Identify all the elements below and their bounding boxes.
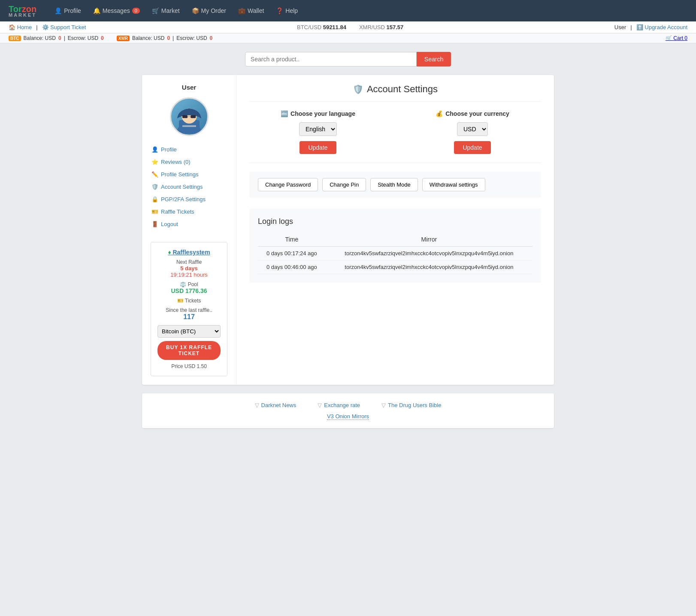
sidebar-item-profile: 👤 Profile — [151, 145, 227, 154]
reviews-menu-icon: ⭐ — [151, 159, 158, 165]
svg-rect-3 — [182, 115, 188, 118]
raffle-currency-select[interactable]: Bitcoin (BTC) — [157, 325, 221, 338]
market-icon: 🛒 — [152, 7, 159, 14]
log-row-2: 0 days 00:46:00 ago torzon4kv5swfazrziqv… — [258, 260, 533, 274]
support-icon: ⚙️ — [42, 24, 49, 30]
tickets-sub-label: Since the last raffle.. — [157, 307, 221, 313]
update-currency-button[interactable]: Update — [454, 141, 490, 154]
home-link[interactable]: 🏠 Home — [9, 24, 32, 30]
sidebar-item-pgp-settings: 🔒 PGP/2FA Settings — [151, 194, 227, 204]
drug-bible-link[interactable]: ▽ The Drug Users Bible — [381, 402, 441, 408]
tickets-label: 🎫 Tickets — [157, 298, 221, 304]
raffle-title[interactable]: ♦ Rafflesystem — [157, 249, 221, 256]
sidebar-item-account-settings: 🛡️ Account Settings — [151, 182, 227, 192]
sidebar-account-settings-link[interactable]: 🛡️ Account Settings — [151, 182, 227, 192]
profile-menu-icon: 👤 — [151, 146, 158, 153]
exchange-rate-link[interactable]: ▽ Exchange rate — [318, 402, 360, 408]
sidebar-profile-link[interactable]: 👤 Profile — [151, 145, 227, 154]
log-time-2: 0 days 00:46:00 ago — [258, 260, 326, 274]
sidebar-item-reviews: ⭐ Reviews (0) — [151, 157, 227, 167]
profile-label: Profile — [64, 7, 81, 14]
search-area: Search — [0, 43, 696, 75]
onion-mirrors-link[interactable]: V3 Onion Mirrors — [327, 413, 369, 420]
cart-icon: 🛒 — [666, 35, 672, 41]
sidebar-menu: 👤 Profile ⭐ Reviews (0) ✏️ Profile Setti… — [151, 145, 227, 229]
wallet-link[interactable]: 💼 Wallet — [233, 5, 269, 17]
settings-row: 🔤 Choose your language English Update 💰 … — [249, 110, 541, 163]
exchange-rate-icon: ▽ — [318, 402, 322, 408]
search-button[interactable]: Search — [417, 52, 451, 66]
main-content: 🛡️ Account Settings 🔤 Choose your langua… — [236, 75, 554, 385]
profile-icon: 👤 — [54, 7, 62, 14]
subheader: 🏠 Home | ⚙️ Support Ticket BTC/USD 59211… — [0, 21, 696, 33]
upgrade-account-link[interactable]: ⬆️ Upgrade Account — [636, 24, 687, 30]
profile-settings-icon: ✏️ — [151, 171, 158, 178]
support-ticket-link[interactable]: ⚙️ Support Ticket — [42, 24, 86, 30]
cart-area: 🛒 Cart 0 — [666, 35, 687, 41]
main-container: User — [142, 75, 554, 385]
update-currency-btn-wrap: Update — [404, 141, 541, 154]
brand-logo[interactable]: Torzon MARKET — [9, 4, 36, 18]
sidebar-logout-link[interactable]: 🚪 Logout — [151, 219, 227, 229]
raffle-diamond-icon: ♦ — [168, 249, 171, 256]
profile-link[interactable]: 👤 Profile — [49, 5, 86, 17]
raffle-price: Price USD 1.50 — [157, 363, 221, 369]
home-icon: 🏠 — [9, 24, 15, 30]
currency-icon: 💰 — [436, 110, 443, 117]
logs-table: Time Mirror 0 days 00:17:24 ago torzon4k… — [258, 233, 533, 274]
upgrade-icon: ⬆️ — [636, 24, 643, 30]
messages-link[interactable]: 🔔 Messages 0 — [88, 5, 145, 17]
log-row-1: 0 days 00:17:24 ago torzon4kv5swfazrziqv… — [258, 247, 533, 260]
btc-badge: BTC — [9, 36, 21, 41]
currency-select[interactable]: USD — [457, 122, 488, 136]
sidebar-raffle-link[interactable]: 🎫 Raffle Tickets — [151, 207, 227, 217]
myorder-icon: 📦 — [192, 7, 199, 14]
raffle-tickets-count: 117 — [157, 313, 221, 321]
page-title: 🛡️ Account Settings — [249, 84, 541, 102]
cart-link[interactable]: 🛒 Cart 0 — [666, 35, 687, 41]
subheader-left: 🏠 Home | ⚙️ Support Ticket — [9, 24, 86, 30]
sidebar-reviews-link[interactable]: ⭐ Reviews (0) — [151, 157, 227, 167]
buy-raffle-button[interactable]: BUY 1X RAFFLE TICKET — [157, 341, 221, 360]
raffle-menu-icon: 🎫 — [151, 208, 158, 215]
footer-links: ▽ Darknet News ▽ Exchange rate ▽ The Dru… — [151, 402, 545, 408]
update-language-button[interactable]: Update — [300, 141, 336, 154]
sidebar-pgp-link[interactable]: 🔒 PGP/2FA Settings — [151, 194, 227, 204]
time-column-header: Time — [258, 233, 326, 247]
account-settings-icon: 🛡️ — [151, 184, 158, 190]
change-password-button[interactable]: Change Password — [258, 178, 318, 191]
navbar: Torzon MARKET 👤 Profile 🔔 Messages 0 🛒 M… — [0, 0, 696, 21]
avatar — [170, 97, 209, 136]
change-pin-button[interactable]: Change Pin — [322, 178, 366, 191]
action-buttons: Change Password Change Pin Stealth Mode … — [249, 172, 541, 198]
balance-row: BTC Balance: USD 0 | Escrow: USD 0 XMR B… — [0, 33, 696, 43]
darknet-news-link[interactable]: ▽ Darknet News — [255, 402, 297, 408]
stealth-mode-button[interactable]: Stealth Mode — [370, 178, 418, 191]
language-icon: 🔤 — [281, 110, 288, 117]
withdrawal-settings-button[interactable]: Withdrawal settings — [422, 178, 485, 191]
market-link[interactable]: 🛒 Market — [147, 5, 185, 17]
btc-balance: BTC Balance: USD 0 | Escrow: USD 0 — [9, 35, 104, 41]
sidebar-item-profile-settings: ✏️ Profile Settings — [151, 169, 227, 179]
messages-label: Messages — [103, 7, 130, 14]
sidebar-item-raffle: 🎫 Raffle Tickets — [151, 207, 227, 217]
login-logs: Login logs Time Mirror 0 days 00:17:24 a… — [249, 208, 541, 283]
help-link[interactable]: ❓ Help — [271, 5, 303, 17]
darknet-news-icon: ▽ — [255, 402, 259, 408]
subheader-center: BTC/USD 59211.84 XMR/USD 157.57 — [90, 24, 610, 30]
raffle-pool-value: USD 1776.36 — [157, 287, 221, 294]
sidebar-item-logout: 🚪 Logout — [151, 219, 227, 229]
update-language-btn-wrap: Update — [249, 141, 387, 154]
avatar-svg — [172, 100, 206, 134]
myorder-link[interactable]: 📦 My Order — [187, 5, 231, 17]
language-select[interactable]: English — [299, 122, 337, 136]
search-input[interactable] — [245, 52, 417, 66]
login-logs-title: Login logs — [258, 217, 533, 226]
market-label: Market — [161, 7, 180, 14]
drug-bible-icon: ▽ — [381, 402, 386, 408]
svg-rect-4 — [191, 115, 196, 118]
xmr-price: XMR/USD 157.57 — [359, 24, 403, 30]
sidebar-profile-settings-link[interactable]: ✏️ Profile Settings — [151, 169, 227, 179]
footer-container: ▽ Darknet News ▽ Exchange rate ▽ The Dru… — [142, 393, 554, 428]
language-col: 🔤 Choose your language English Update — [249, 110, 387, 154]
